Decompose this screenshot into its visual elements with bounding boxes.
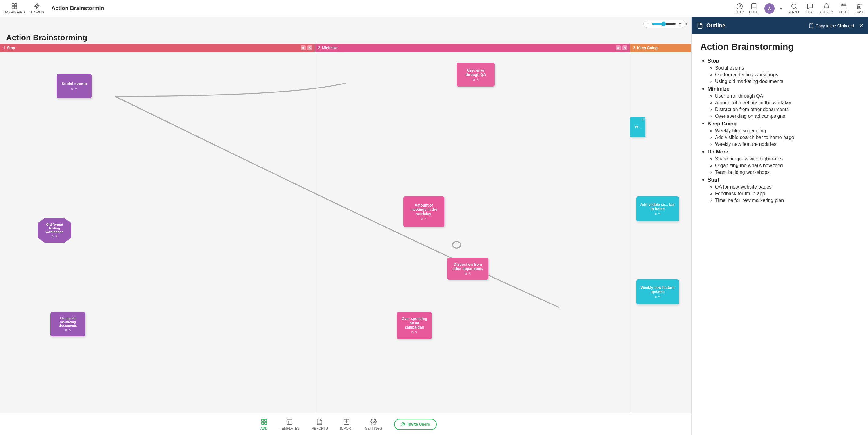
column-keep-going: 3 Keep Going W... | | | A	[630, 43, 691, 413]
svg-rect-10	[261, 422, 263, 424]
outline-item: Old format testing workshops	[715, 72, 860, 77]
outline-item: User error through QA	[715, 93, 860, 99]
svg-rect-6	[841, 4, 846, 9]
bottom-add[interactable]: ADD	[254, 416, 274, 433]
sticky-distraction[interactable]: Distraction from other deparments ⧉ ✎	[447, 258, 488, 280]
zoom-slider[interactable]	[651, 21, 676, 26]
avatar-dropdown[interactable]: ▾	[780, 6, 782, 11]
outline-item: Share progress with higher-ups	[715, 156, 860, 162]
col-edit-icon-2[interactable]: ✎	[622, 45, 627, 50]
nav-chat[interactable]: CHAT	[806, 3, 814, 14]
outline-sublist-start: QA for new website pages Feedback forum …	[708, 184, 860, 203]
column-keep-going-header: 3 Keep Going	[630, 43, 691, 52]
zoom-controls: - +	[643, 20, 686, 28]
nav-search[interactable]: SEARCH	[788, 3, 801, 14]
bottom-reports[interactable]: REPORTS	[306, 416, 334, 433]
outline-item: Distraction from other deparments	[715, 107, 860, 112]
nav-storms[interactable]: STORMS	[30, 3, 44, 14]
panel-title: Outline	[706, 23, 805, 29]
nav-help[interactable]: HELP	[736, 3, 744, 14]
panel-body: Action Brainstorming Stop Social events …	[692, 34, 868, 435]
outline-item: Add visible search bar to home page	[715, 135, 860, 140]
outline-section-minimize: Minimize User error through QA Amount of…	[708, 86, 860, 119]
nav-tasks[interactable]: TASKS	[839, 3, 848, 14]
svg-rect-12	[287, 419, 292, 424]
bottom-settings[interactable]: SETTINGS	[359, 416, 388, 433]
clipboard-icon	[808, 23, 814, 28]
column-minimize-header: 2 Minimize ⧉ ✎	[315, 43, 630, 52]
svg-rect-21	[810, 24, 812, 24]
svg-rect-9	[265, 419, 266, 421]
sticky-social-events[interactable]: Social events ⧉ ✎	[57, 74, 92, 98]
svg-point-16	[402, 423, 403, 424]
svg-rect-11	[265, 422, 266, 424]
outline-sublist-keep: Weekly blog scheduling Add visible searc…	[708, 128, 860, 147]
nav-trash[interactable]: TRASH	[854, 3, 864, 14]
outline-item: Weekly blog scheduling	[715, 128, 860, 134]
canvas-toolbar: - + ▾	[0, 17, 691, 31]
outline-item: QA for new website pages	[715, 184, 860, 190]
nav-dashboard[interactable]: DASHBOARD	[4, 3, 25, 14]
sticky-amount-meetings[interactable]: Amount of meetings in the workday ⧉ ✎	[403, 196, 444, 227]
canvas-area: - + ▾ Action Brainstorming 1 Stop	[0, 17, 691, 435]
sticky-over-spending[interactable]: Over spending on ad campaigns ⧉ ✎	[397, 312, 432, 339]
zoom-in-button[interactable]: +	[678, 21, 682, 27]
col-copy-icon[interactable]: ⧉	[301, 45, 306, 50]
outline-item: Feedback forum in-app	[715, 191, 860, 196]
panel-doc-title: Action Brainstorming	[700, 41, 860, 52]
outline-item: Team building workshops	[715, 169, 860, 175]
svg-point-4	[737, 4, 742, 9]
copy-clipboard-button[interactable]: Copy to the Clipboard	[808, 23, 854, 28]
outline-sublist-stop: Social events Old format testing worksho…	[708, 65, 860, 84]
column-stop: 1 Stop ⧉ ✎ Social events ⧉ ✎	[0, 43, 315, 413]
outline-item: Social events	[715, 65, 860, 71]
outline-sublist-minimize: User error through QA Amount of meetings…	[708, 93, 860, 119]
svg-rect-0	[12, 4, 14, 6]
nav-right: HELP GUIDE A ▾ SEARCH CHAT ACTIVITY TASK…	[736, 3, 864, 14]
outline-item: Amount of meetings in the workday	[715, 100, 860, 105]
sticky-using-old[interactable]: Using old marketing documents ⧉ ✎	[50, 312, 85, 337]
outline-item: Over spending on ad campaigns	[715, 114, 860, 119]
outline-section-stop: Stop Social events Old format testing wo…	[708, 58, 860, 84]
outline-item: Weekly new feature updates	[715, 142, 860, 147]
right-panel: Outline Copy to the Clipboard × Action B…	[691, 17, 868, 435]
svg-rect-2	[12, 6, 14, 8]
nav-activity[interactable]: ACTIVITY	[819, 3, 833, 14]
outline-item: Using old marketing documents	[715, 79, 860, 84]
panel-close-button[interactable]: ×	[860, 22, 863, 29]
bottom-templates[interactable]: TEMPLATES	[274, 416, 306, 433]
zoom-dropdown[interactable]: ▾	[686, 22, 687, 26]
svg-rect-3	[14, 6, 17, 8]
main-layout: - + ▾ Action Brainstorming 1 Stop	[0, 17, 868, 435]
sticky-weekly-blog-partial[interactable]: W... | | |	[630, 117, 645, 137]
outline-section-do-more: Do More Share progress with higher-ups O…	[708, 149, 860, 175]
col-copy-icon-2[interactable]: ⧉	[616, 45, 621, 50]
svg-rect-8	[261, 419, 263, 421]
nav-guide[interactable]: GUIDE	[749, 3, 759, 14]
col-edit-icon[interactable]: ✎	[307, 45, 312, 50]
outline-section-keep-going: Keep Going Weekly blog scheduling Add vi…	[708, 121, 860, 147]
outline-sublist-do-more: Share progress with higher-ups Organizin…	[708, 156, 860, 175]
svg-point-5	[792, 4, 796, 8]
column-stop-header: 1 Stop ⧉ ✎	[0, 43, 315, 52]
column-minimize: 2 Minimize ⧉ ✎ User error through QA ⧉ ✎	[315, 43, 630, 413]
bottom-import[interactable]: IMPORT	[334, 416, 359, 433]
board-title: Action Brainstormin	[52, 5, 104, 11]
sticky-old-format[interactable]: Old format testing workshops ⧉ ✎	[38, 218, 71, 243]
page-title: Action Brainstorming	[0, 31, 691, 43]
storm-board: 1 Stop ⧉ ✎ Social events ⧉ ✎	[0, 43, 691, 413]
svg-point-15	[373, 421, 374, 423]
top-nav: DASHBOARD STORMS Action Brainstormin HEL…	[0, 0, 868, 17]
column-stop-body: Social events ⧉ ✎ Old format testing wor…	[0, 52, 315, 413]
panel-header: Outline Copy to the Clipboard ×	[692, 17, 868, 34]
sticky-add-visible[interactable]: Add visible se... bar to home ⧉ ✎	[636, 196, 679, 221]
sticky-user-error[interactable]: User error through QA ⧉ ✎	[457, 63, 495, 87]
invite-users-button[interactable]: Invite Users	[394, 419, 437, 430]
bottom-bar: ADD TEMPLATES REPORTS IMPORT SETTINGS In…	[0, 413, 691, 435]
user-avatar[interactable]: A	[764, 3, 775, 14]
outline-item: Timeline for new marketing plan	[715, 198, 860, 203]
sticky-weekly-new[interactable]: Weekly new feature updates ⧉ ✎	[636, 279, 679, 305]
zoom-out-button[interactable]: -	[647, 21, 649, 27]
svg-rect-1	[14, 4, 17, 6]
outline-list: Stop Social events Old format testing wo…	[700, 58, 860, 203]
